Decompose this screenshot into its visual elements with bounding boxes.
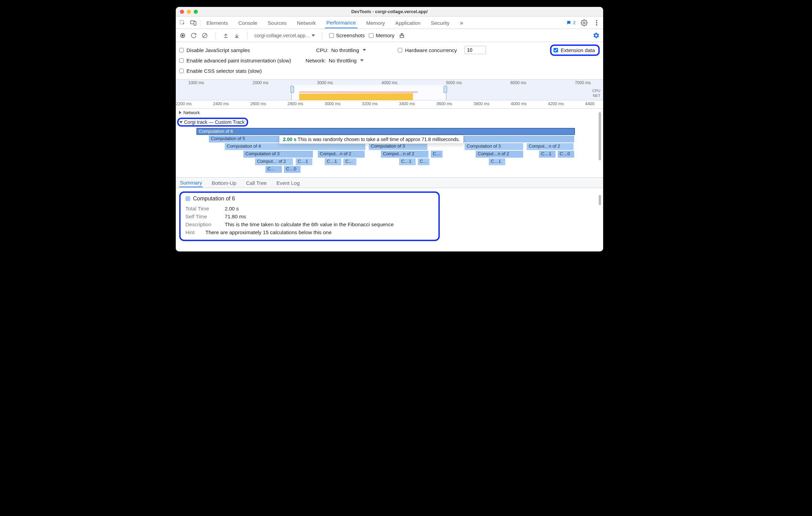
overview-minimap[interactable]: 1000 ms 2000 ms 3000 ms 4000 ms 5000 ms …	[176, 80, 603, 100]
tab-memory[interactable]: Memory	[365, 17, 386, 28]
timeline-ruler[interactable]: 2200 ms 2400 ms 2600 ms 2800 ms 3000 ms …	[176, 100, 603, 109]
flame-bar[interactable]: Computation of 3	[369, 143, 427, 150]
flame-bar[interactable]: Comput…n of 2	[381, 151, 428, 158]
target-select[interactable]: corgi-collage.vercel.app…	[254, 33, 315, 38]
record-icon[interactable]	[179, 32, 186, 39]
tabs-overflow[interactable]: »	[458, 17, 465, 29]
ruler-tick: 3400 ms	[399, 101, 415, 106]
devtools-window: DevTools - corgi-collage.vercel.app/ Ele…	[176, 7, 603, 251]
tab-security[interactable]: Security	[429, 17, 451, 28]
tab-application[interactable]: Application	[394, 17, 422, 28]
triangle-down-icon	[179, 121, 183, 123]
overview-tick: 7000 ms	[575, 80, 591, 85]
flame-bar[interactable]: C…	[343, 158, 356, 165]
details-tabbar: Summary Bottom-Up Call Tree Event Log	[176, 178, 603, 188]
overview-tick: 5000 ms	[446, 80, 462, 85]
details-tab-eventlog[interactable]: Event Log	[276, 178, 301, 187]
overview-handle-right[interactable]	[444, 86, 447, 93]
tab-sources[interactable]: Sources	[266, 17, 288, 28]
extension-data-highlight: Extension data	[550, 44, 600, 56]
flame-bar-selected[interactable]: Computation of 6	[196, 128, 575, 135]
screenshots-checkbox[interactable]: Screenshots	[329, 32, 365, 38]
hardware-concurrency-checkbox[interactable]: Hardware concurrency	[398, 47, 457, 53]
flame-group-custom-label[interactable]: Corgi track — Custom Track	[184, 119, 245, 125]
tab-elements[interactable]: Elements	[205, 17, 230, 28]
flame-bar[interactable]: Computation of 3	[243, 151, 313, 158]
flame-bar[interactable]: C…	[431, 151, 443, 158]
settings-icon[interactable]	[580, 19, 588, 27]
summary-scrollbar[interactable]	[599, 195, 601, 205]
flame-scrollbar[interactable]	[599, 112, 601, 160]
disable-js-label: Disable JavaScript samples	[186, 47, 250, 53]
clear-icon[interactable]	[201, 32, 208, 39]
network-throttle-value: No throttling	[329, 58, 357, 63]
flame-bar[interactable]: C…	[418, 158, 429, 165]
window-close-button[interactable]	[180, 10, 184, 14]
svg-point-5	[596, 22, 597, 23]
cpu-label: CPU:	[316, 47, 328, 53]
flame-bar[interactable]: C…0	[558, 151, 574, 158]
download-icon[interactable]	[233, 32, 240, 39]
details-tab-calltree[interactable]: Call Tree	[245, 178, 267, 187]
window-minimize-button[interactable]	[187, 10, 191, 14]
screenshots-label: Screenshots	[336, 32, 365, 38]
kebab-icon[interactable]	[593, 19, 600, 27]
ruler-tick: 2800 ms	[287, 101, 303, 106]
overview-net-label: NET	[592, 93, 600, 98]
inspect-icon[interactable]	[179, 19, 186, 27]
chevron-down-icon	[360, 59, 364, 61]
flame-bar[interactable]: C…1	[399, 158, 416, 165]
cpu-throttle-select[interactable]: No throttling	[331, 47, 366, 53]
divider	[322, 32, 322, 39]
flame-bar[interactable]: C…1	[296, 158, 312, 165]
titlebar: DevTools - corgi-collage.vercel.app/	[176, 7, 603, 17]
advanced-paint-label: Enable advanced paint instrumentation (s…	[186, 58, 291, 63]
tab-network[interactable]: Network	[296, 17, 317, 28]
overview-tick: 6000 ms	[510, 80, 526, 85]
window-title: DevTools - corgi-collage.vercel.app/	[176, 9, 603, 14]
tab-console[interactable]: Console	[237, 17, 259, 28]
flame-bar[interactable]: C…1	[325, 158, 341, 165]
flame-bar[interactable]: C…0	[284, 166, 301, 173]
svg-rect-2	[194, 21, 196, 25]
flame-bar[interactable]: C…	[265, 166, 282, 173]
summary-panel: Computation of 6 Total Time2.00 s Self T…	[176, 188, 603, 251]
details-tab-summary[interactable]: Summary	[179, 178, 203, 187]
summary-highlight: Computation of 6 Total Time2.00 s Self T…	[179, 191, 440, 241]
upload-icon[interactable]	[222, 32, 229, 39]
flame-bar[interactable]: C…1	[489, 158, 505, 165]
overview-cpu-label: CPU	[592, 88, 600, 93]
window-zoom-button[interactable]	[194, 10, 198, 14]
flame-bar[interactable]: Comput…n of 2	[476, 151, 523, 158]
issues-count: 2	[573, 20, 576, 25]
device-toolbar-icon[interactable]	[190, 19, 197, 27]
flame-bar[interactable]: Comput… of 2	[255, 158, 293, 165]
reload-record-icon[interactable]	[190, 32, 197, 39]
perf-toolbar: corgi-collage.vercel.app… Screenshots Me…	[176, 29, 603, 42]
gc-icon[interactable]	[398, 32, 405, 39]
flamechart[interactable]: Network Corgi track — Custom Track Compu…	[176, 109, 603, 178]
summary-hint-value: There are approximately 15 calculations …	[205, 229, 332, 235]
advanced-paint-checkbox[interactable]: Enable advanced paint instrumentation (s…	[179, 58, 291, 63]
extension-data-label: Extension data	[561, 47, 595, 53]
details-tab-bottomup[interactable]: Bottom-Up	[211, 178, 237, 187]
flame-bar[interactable]: Computation of 3	[465, 143, 523, 150]
flame-bar[interactable]: Computation of 4	[225, 143, 365, 150]
memory-label: Memory	[376, 32, 394, 38]
flame-group-network[interactable]: Network	[179, 110, 200, 115]
hw-conc-input[interactable]	[465, 46, 486, 54]
network-throttle-select[interactable]: No throttling	[329, 58, 364, 63]
disable-js-checkbox[interactable]: Disable JavaScript samples	[179, 47, 250, 53]
divider	[247, 32, 247, 39]
overview-handle-left[interactable]	[291, 86, 294, 93]
extension-data-checkbox[interactable]: Extension data	[554, 47, 595, 53]
css-stats-checkbox[interactable]: Enable CSS selector stats (slow)	[179, 68, 262, 74]
perf-settings-icon[interactable]	[593, 32, 600, 39]
flame-bar[interactable]: C…1	[539, 151, 556, 158]
triangle-right-icon	[179, 111, 182, 115]
tab-performance[interactable]: Performance	[325, 17, 357, 28]
flame-bar[interactable]: Comput…n of 2	[318, 151, 365, 158]
issues-badge[interactable]: 2	[566, 20, 576, 26]
flame-bar[interactable]: Comput…n of 2	[527, 143, 574, 150]
memory-checkbox[interactable]: Memory	[369, 32, 394, 38]
